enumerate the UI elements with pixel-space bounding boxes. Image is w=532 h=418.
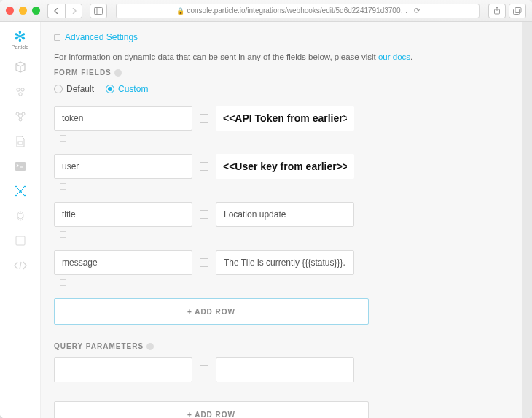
row-option-checkbox[interactable] (60, 231, 66, 238)
traffic-lights (6, 7, 40, 15)
sidebar-item-console[interactable] (13, 159, 28, 174)
svg-point-7 (18, 93, 21, 96)
url-bar[interactable]: 🔒 console.particle.io/integrations/webho… (116, 4, 480, 18)
row-checkbox[interactable] (200, 258, 208, 267)
info-prefix: For information on dynamic data that can… (54, 53, 378, 61)
sidebar-toggle-button[interactable] (90, 4, 107, 18)
radio-icon (54, 85, 63, 93)
maximize-window-button[interactable] (32, 7, 40, 15)
nav-back-forward (47, 4, 82, 18)
svg-point-5 (16, 88, 19, 91)
sidebar-item-nodes[interactable] (13, 109, 28, 124)
svg-point-9 (22, 112, 25, 115)
form-row (54, 154, 501, 179)
lock-icon: 🔒 (176, 7, 184, 15)
row-option-checkbox[interactable] (60, 135, 66, 142)
advanced-settings-toggle[interactable]: Advanced Settings (54, 32, 501, 42)
tabs-button[interactable] (509, 4, 526, 18)
field-value-input[interactable] (216, 202, 354, 227)
row-option-checkbox[interactable] (60, 183, 66, 190)
close-window-button[interactable] (6, 7, 14, 15)
field-key-input[interactable] (54, 154, 192, 179)
svg-rect-12 (15, 162, 26, 171)
add-form-row-button[interactable]: + ADD ROW (54, 298, 369, 325)
row-checkbox[interactable] (200, 114, 208, 123)
window-titlebar: 🔒 console.particle.io/integrations/webho… (0, 0, 532, 22)
docs-link[interactable]: our docs (378, 53, 410, 61)
sidebar-item-groups[interactable] (13, 85, 28, 99)
query-row (54, 357, 501, 382)
svg-point-10 (19, 118, 22, 121)
radio-custom[interactable]: Custom (106, 84, 148, 94)
svg-point-6 (20, 88, 23, 91)
brand-name: Particle (6, 44, 35, 50)
svg-rect-19 (16, 236, 25, 245)
advanced-settings-label: Advanced Settings (65, 32, 138, 42)
radio-default[interactable]: Default (54, 84, 94, 94)
row-checkbox[interactable] (200, 162, 208, 171)
radio-icon (106, 85, 114, 93)
svg-rect-11 (18, 142, 23, 144)
sidebar-item-integrations[interactable] (13, 184, 28, 198)
form-fields-label: FORM FIELDS (54, 69, 501, 77)
sidebar-item-code[interactable] (13, 258, 28, 273)
query-value-input[interactable] (216, 357, 354, 382)
field-value-input[interactable] (216, 250, 354, 275)
forward-button[interactable] (65, 4, 82, 18)
query-key-input[interactable] (54, 357, 192, 382)
expand-icon (54, 34, 60, 41)
sidebar-item-sim[interactable] (13, 134, 28, 149)
back-button[interactable] (47, 4, 65, 18)
help-icon[interactable] (146, 343, 154, 350)
sidebar-item-auth[interactable] (13, 209, 28, 223)
app-sidebar: ✻ Particle (0, 22, 41, 418)
field-key-input[interactable] (54, 106, 192, 131)
info-suffix: . (410, 53, 412, 61)
minimize-window-button[interactable] (19, 7, 27, 15)
form-row (54, 202, 501, 227)
sidebar-item-cube[interactable] (13, 60, 28, 74)
add-query-row-button[interactable]: + ADD ROW (54, 401, 369, 418)
form-fields-mode: Default Custom (54, 84, 501, 94)
field-value-input[interactable] (216, 106, 354, 131)
field-value-input[interactable] (216, 154, 354, 179)
query-parameters-label: QUERY PARAMETERS (54, 342, 501, 350)
help-icon[interactable] (114, 69, 122, 77)
sidebar-item-billing[interactable] (13, 233, 28, 248)
tab-gutter (522, 22, 532, 418)
url-text: console.particle.io/integrations/webhook… (187, 7, 408, 15)
brand-logo[interactable]: ✻ Particle (6, 29, 35, 50)
row-checkbox[interactable] (200, 210, 208, 219)
field-key-input[interactable] (54, 202, 192, 227)
particle-logo-icon: ✻ (6, 29, 35, 44)
form-row (54, 106, 501, 131)
row-checkbox[interactable] (200, 365, 208, 374)
svg-point-8 (16, 112, 19, 115)
row-option-checkbox[interactable] (60, 279, 66, 286)
svg-rect-0 (95, 7, 103, 14)
refresh-icon[interactable]: ⟳ (414, 7, 420, 15)
share-button[interactable] (488, 4, 506, 18)
field-key-input[interactable] (54, 250, 192, 275)
info-text: For information on dynamic data that can… (54, 53, 501, 61)
form-row (54, 250, 501, 275)
main-content: Advanced Settings For information on dyn… (41, 22, 522, 418)
svg-rect-4 (515, 7, 521, 12)
svg-rect-3 (514, 9, 520, 14)
